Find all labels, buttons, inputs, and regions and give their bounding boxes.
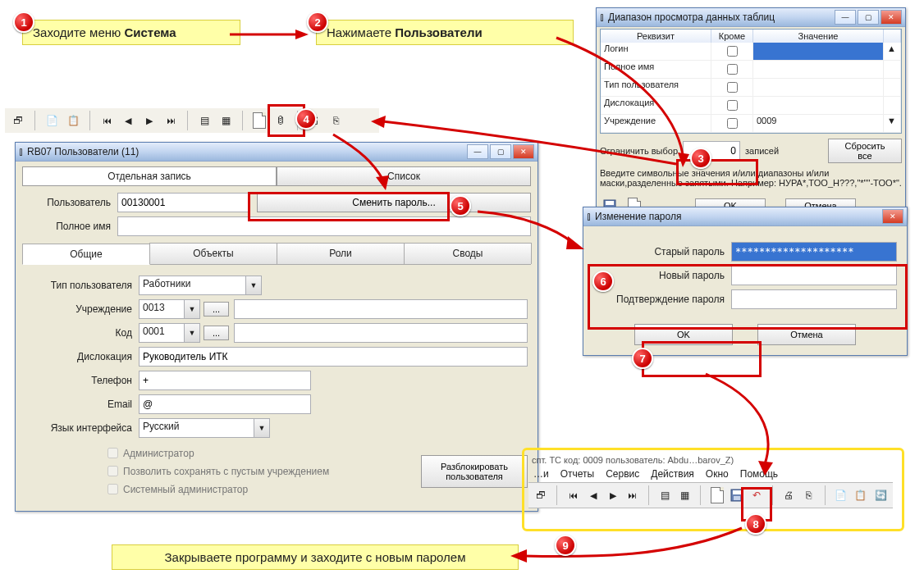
menu-item[interactable]: Окно (706, 468, 729, 480)
chk-allow-empty[interactable] (107, 466, 118, 476)
book-icon: ⫿ (19, 146, 24, 157)
new-doc-icon[interactable] (707, 485, 725, 505)
org-lookup-button[interactable]: ... (204, 302, 229, 317)
filter-icon[interactable]: 🛢 (271, 111, 290, 130)
close-button[interactable]: ✕ (882, 209, 903, 224)
user-type-select[interactable]: Работники ▼ (139, 276, 262, 295)
book-icon: ⫿ (600, 11, 605, 23)
disloc-field[interactable] (139, 347, 528, 367)
email-field[interactable] (139, 394, 311, 414)
save-icon[interactable] (728, 485, 746, 505)
minimize-button[interactable]: — (467, 144, 488, 159)
reset-button[interactable]: Сбросить все (828, 139, 902, 163)
new-pwd-field[interactable] (731, 266, 897, 285)
svg-rect-2 (606, 201, 614, 205)
prev-icon[interactable]: ◀ (118, 111, 138, 130)
tab-reports[interactable]: Своды (404, 243, 532, 264)
next-icon[interactable]: ▶ (140, 111, 159, 130)
svg-marker-7 (566, 236, 584, 249)
print-icon[interactable]: 🖨 (780, 485, 798, 505)
phone-field[interactable] (139, 371, 311, 390)
table-row[interactable]: Логин ▲ (601, 43, 901, 61)
lbl-fullname: Полное имя (22, 221, 117, 232)
col-value: Значение (753, 30, 884, 43)
pwd-ok-button[interactable]: OK (634, 324, 733, 345)
chk-admin[interactable] (107, 448, 118, 458)
note-step9: Закрываете программу и заходите с новым … (112, 544, 519, 570)
paste-icon[interactable]: 📋 (852, 485, 870, 505)
menu-item[interactable]: Помощь (740, 468, 778, 480)
menu-item[interactable]: Действия (651, 468, 694, 480)
change-password-button[interactable]: Сменить пароль... (257, 193, 531, 212)
tab-objects[interactable]: Объекты (149, 243, 277, 264)
refresh-icon[interactable]: 🔄 (871, 485, 890, 505)
first-icon[interactable]: ⏮ (97, 111, 117, 130)
grid-icon[interactable]: ▦ (216, 111, 236, 130)
tab-general[interactable]: Общие (22, 244, 150, 265)
paste-icon[interactable]: 📋 (63, 111, 83, 130)
code-select[interactable]: 0001▼ (139, 323, 200, 343)
user-field[interactable] (117, 193, 249, 212)
lbl-type: Тип пользователя (25, 280, 139, 291)
old-pwd-field[interactable] (731, 242, 897, 262)
pwd-cancel-button[interactable]: Отмена (757, 324, 856, 345)
export-icon[interactable]: ⎘ (799, 485, 817, 505)
cascade-icon[interactable]: 🗗 (532, 485, 550, 505)
except-checkbox[interactable] (727, 82, 738, 93)
lbl-email: Email (25, 399, 139, 410)
org-desc-field[interactable] (234, 299, 528, 319)
tab-roles[interactable]: Роли (277, 243, 405, 264)
callout-7: 7 (632, 348, 653, 369)
except-checkbox[interactable] (727, 46, 738, 57)
grid-icon[interactable]: ▦ (675, 485, 693, 505)
except-checkbox[interactable] (727, 100, 738, 111)
minimize-button[interactable]: — (835, 10, 856, 25)
fullname-field[interactable] (117, 216, 531, 236)
next-icon[interactable]: ▶ (604, 485, 622, 505)
undo-icon[interactable]: ↶ (748, 485, 766, 505)
last-icon[interactable]: ⏭ (624, 485, 642, 505)
org-select[interactable]: 0013▼ (139, 299, 200, 319)
first-icon[interactable]: ⏮ (564, 485, 582, 505)
maximize-button[interactable]: ▢ (858, 10, 879, 25)
confirm-pwd-field[interactable] (731, 289, 897, 309)
copy-icon[interactable]: 📄 (831, 485, 849, 505)
code-lookup-button[interactable]: ... (204, 326, 229, 340)
except-checkbox[interactable] (727, 118, 738, 129)
menu-item[interactable]: Сервис (606, 468, 639, 480)
titlebar-fragment: спт. ТС код: 0009 пользователь: Abdu…bar… (528, 454, 893, 466)
form-icon[interactable]: ▤ (656, 485, 674, 505)
callout-2: 2 (307, 11, 328, 33)
tab-single-record[interactable]: Отдельная запись (22, 166, 277, 186)
callout-3: 3 (690, 148, 711, 169)
unlock-user-button[interactable]: Разблокировать пользователя (421, 455, 528, 488)
menu-item[interactable]: Отчеты (560, 468, 594, 480)
menu-item[interactable]: …и (533, 468, 549, 480)
tab-list[interactable]: Список (277, 166, 531, 186)
copy-icon[interactable]: 📄 (42, 111, 62, 130)
callout-9: 9 (555, 535, 576, 556)
prev-icon[interactable]: ◀ (583, 485, 602, 505)
close-button[interactable]: ✕ (513, 144, 534, 159)
cascade-icon[interactable]: 🗗 (8, 111, 28, 130)
callout-6: 6 (592, 271, 614, 292)
callout-4: 4 (295, 108, 317, 130)
export-icon[interactable]: ⎘ (326, 111, 345, 130)
close-button[interactable]: ✕ (881, 10, 902, 25)
form-icon[interactable]: ▤ (194, 111, 214, 130)
lbl-user: Пользователь (22, 197, 117, 208)
except-checkbox[interactable] (727, 64, 738, 75)
code-desc-field[interactable] (234, 323, 528, 343)
new-doc-icon[interactable] (249, 111, 269, 130)
last-icon[interactable]: ⏭ (161, 111, 181, 130)
col-except: Кроме (711, 30, 753, 43)
table-row[interactable]: Полное имя (601, 61, 901, 79)
table-row[interactable]: Дислокация (601, 97, 901, 115)
filter-hint: Введите символьные значения и/или диапаз… (600, 168, 902, 188)
chk-sysadmin[interactable] (107, 484, 118, 494)
maximize-button[interactable]: ▢ (490, 144, 511, 159)
note-step2: Нажимаете Пользователи (316, 20, 574, 45)
lang-select[interactable]: Русский▼ (139, 418, 270, 438)
table-row[interactable]: Тип пользователя (601, 79, 901, 97)
table-row[interactable]: Учреждение 0009 ▼ (601, 115, 901, 133)
